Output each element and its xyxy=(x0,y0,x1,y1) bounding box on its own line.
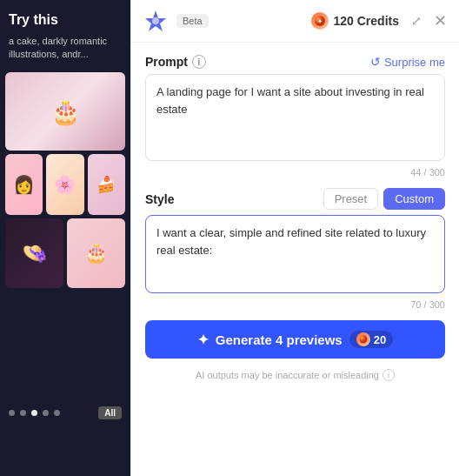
generate-credits-icon xyxy=(356,332,370,346)
style-textarea[interactable] xyxy=(145,215,445,293)
main-content: Prompt i ↺ Surprise me 44 / 300 Style Pr… xyxy=(131,43,459,476)
thumbnail-1[interactable] xyxy=(5,72,125,151)
generate-label: Generate 4 previews xyxy=(216,332,343,347)
dot-3[interactable] xyxy=(31,410,37,416)
dot-indicators xyxy=(9,410,60,416)
thumbnail-area xyxy=(0,69,130,399)
close-button[interactable]: ✕ xyxy=(434,13,447,29)
thumbnail-6[interactable] xyxy=(67,218,125,288)
disclaimer-text: AI outputs may be inaccurate or misleadi… xyxy=(196,370,379,380)
surprise-me-button[interactable]: ↺ Surprise me xyxy=(370,55,445,69)
svg-point-1 xyxy=(152,17,159,24)
tab-preset[interactable]: Preset xyxy=(323,188,379,210)
expand-icon[interactable]: ⤢ xyxy=(411,14,422,28)
style-header: Style Preset Custom xyxy=(145,188,445,210)
left-panel-subtitle: a cake, darkly romantic illustrations, a… xyxy=(0,35,130,69)
prompt-textarea[interactable] xyxy=(145,74,445,161)
svg-point-4 xyxy=(359,336,367,344)
style-tabs: Preset Custom xyxy=(323,188,445,210)
logo-icon xyxy=(143,9,168,33)
prompt-section: Prompt i ↺ Surprise me 44 / 300 xyxy=(145,55,445,178)
dot-2[interactable] xyxy=(20,410,26,416)
bottom-nav: All xyxy=(0,399,130,426)
svg-text:✦: ✦ xyxy=(317,18,323,24)
generate-icon: ✦ xyxy=(197,332,209,348)
generate-button[interactable]: ✦ Generate 4 previews 20 xyxy=(145,320,445,359)
disclaimer-info-icon[interactable]: i xyxy=(382,369,395,381)
disclaimer: AI outputs may be inaccurate or misleadi… xyxy=(145,369,445,381)
beta-badge: Beta xyxy=(176,14,209,28)
prompt-title-row: Prompt i xyxy=(145,55,206,69)
style-section: Style Preset Custom 70 / 300 xyxy=(145,188,445,310)
prompt-header: Prompt i ↺ Surprise me xyxy=(145,55,445,69)
credits-text: 120 Credits xyxy=(334,14,399,28)
right-panel: Beta ✦ 120 Credits ⤢ ✕ xyxy=(130,0,459,476)
surprise-label: Surprise me xyxy=(384,56,445,69)
all-badge[interactable]: All xyxy=(98,406,122,419)
generate-credits-pill: 20 xyxy=(349,331,393,348)
left-panel: Try this a cake, darkly romantic illustr… xyxy=(0,0,130,476)
thumbnail-4[interactable] xyxy=(88,154,125,215)
prompt-label: Prompt xyxy=(145,55,188,69)
surprise-icon: ↺ xyxy=(370,55,381,69)
top-bar: Beta ✦ 120 Credits ⤢ ✕ xyxy=(131,0,459,43)
style-label: Style xyxy=(145,192,174,206)
style-char-count: 70 / 300 xyxy=(145,299,445,310)
credits-area: ✦ 120 Credits xyxy=(311,12,399,30)
left-panel-header: Try this xyxy=(0,0,130,35)
credits-icon: ✦ xyxy=(311,12,329,30)
prompt-char-count: 44 / 300 xyxy=(145,167,445,178)
generate-credits-count: 20 xyxy=(374,333,386,346)
dot-1[interactable] xyxy=(9,410,15,416)
prompt-info-icon[interactable]: i xyxy=(192,55,206,69)
tab-custom[interactable]: Custom xyxy=(383,188,445,210)
dot-5[interactable] xyxy=(54,410,60,416)
thumbnail-2[interactable] xyxy=(5,154,43,215)
style-title-row: Style xyxy=(145,192,174,206)
dot-4[interactable] xyxy=(43,410,49,416)
thumbnail-5[interactable] xyxy=(5,218,63,288)
thumbnail-3[interactable] xyxy=(46,154,83,215)
